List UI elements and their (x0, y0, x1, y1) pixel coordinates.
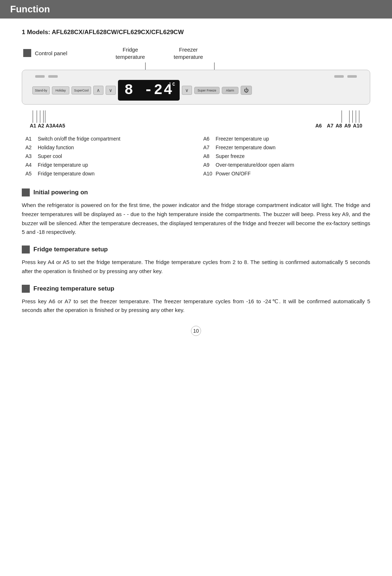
section-header-freezing: Freezing temperature setup (22, 285, 370, 293)
freezer-temp-label: Freezertemperature (167, 46, 210, 60)
section-header-fridge: Fridge temperature setup (22, 246, 370, 253)
indicator-4 (347, 75, 357, 78)
standby-button[interactable]: Stand-by (32, 86, 50, 94)
a-label-10: A10 (353, 123, 362, 129)
section-header-initial: Initial powering on (22, 188, 370, 196)
diagram-section: Control panel Fridgetemperature Freezert… (22, 46, 370, 178)
indicator-2 (48, 75, 58, 78)
a-label-4: A4 (52, 123, 59, 129)
legend-item-a10: A10 Power ON/OFF (203, 170, 370, 178)
super-freeze-button[interactable]: Super Freeze (194, 87, 220, 94)
legend-item-a3: A3 Super cool (25, 153, 192, 160)
control-panel-label: Control panel (23, 49, 87, 57)
legend-left: A1 Switch on/off the fridge compartment … (25, 135, 192, 178)
a-label-8: A8 (336, 123, 342, 129)
page-header: Function (0, 0, 392, 19)
section-body-freezing: Press key A6 or A7 to set the freezer te… (22, 297, 370, 315)
legend-right: A6 Freezer temperature up A7 Freezer tem… (203, 135, 370, 178)
legend-item-a4: A4 Fridge temperature up (25, 161, 192, 169)
alarm-button[interactable]: Alarm (222, 87, 238, 94)
freezer-down-button[interactable]: ∨ (182, 86, 192, 95)
page-number: 10 (22, 326, 370, 336)
fridge-temp-label: Fridgetemperature (109, 46, 152, 60)
a-label-5: A5 (59, 123, 65, 129)
supercool-button[interactable]: SuperCool (72, 86, 91, 94)
section-body-initial: When the refrigerator is powered on for … (22, 201, 370, 237)
control-panel: Stand-by Holiday SuperCool ∧ ∨ °C 8 -24 … (22, 70, 370, 105)
legend-item-a2: A2 Holiday function (25, 144, 192, 151)
page-title: Function (10, 4, 382, 15)
legend-item-a8: A8 Super freeze (203, 153, 370, 160)
section-title-freezing: Freezing temperature setup (33, 285, 114, 292)
temperature-display: °C 8 -24 (118, 80, 180, 101)
section-body-fridge: Press key A4 or A5 to set the fridge tem… (22, 258, 370, 276)
section-icon-freezing (22, 285, 30, 293)
a-label-7: A7 (327, 123, 334, 129)
section-icon-fridge (22, 246, 30, 253)
indicator-3 (334, 75, 344, 78)
legend-item-a7: A7 Freezer temperature down (203, 144, 370, 151)
legend-item-a1: A1 Switch on/off the fridge compartment (25, 135, 192, 143)
a-label-2: A2 (38, 123, 44, 129)
celsius-sign: °C (169, 82, 176, 87)
power-button[interactable]: ⏻ (241, 86, 252, 95)
section-title-fridge: Fridge temperature setup (33, 246, 108, 253)
a-label-9: A9 (344, 123, 351, 129)
indicator-1 (35, 75, 45, 78)
control-panel-icon (23, 49, 31, 57)
models-label: 1 Models: AFL628CX/AFL628CW/CFL629CX/CFL… (22, 29, 370, 36)
a-label-1: A1 (30, 123, 36, 129)
a-label-3: A3 (46, 123, 52, 129)
fridge-down-button[interactable]: ∨ (106, 86, 116, 95)
a-label-6: A6 (315, 123, 322, 129)
legend-item-a9: A9 Over-temperature/door open alarm (203, 161, 370, 169)
section-title-initial: Initial powering on (33, 189, 88, 196)
section-icon-initial (22, 188, 30, 196)
holiday-button[interactable]: Holiday (52, 86, 69, 94)
legend: A1 Switch on/off the fridge compartment … (25, 135, 370, 178)
fridge-up-button[interactable]: ∧ (93, 86, 103, 95)
legend-item-a6: A6 Freezer temperature up (203, 135, 370, 143)
legend-item-a5: A5 Fridge temperature down (25, 170, 192, 178)
